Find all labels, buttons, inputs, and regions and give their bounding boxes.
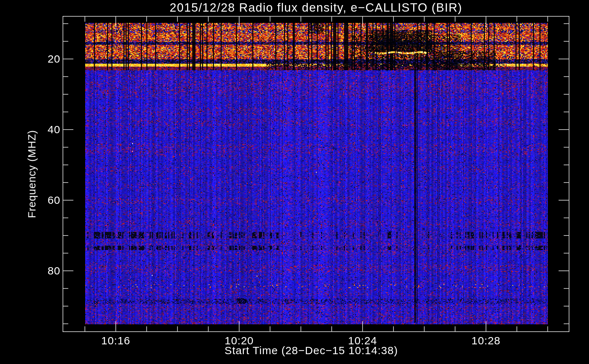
y-tick-label: 80 — [35, 265, 60, 277]
x-tick-label: 10:16 — [90, 335, 141, 347]
spectrogram-page: 2015/12/28 Radio flux density, e−CALLIST… — [0, 0, 589, 364]
x-tick-label: 10:20 — [214, 335, 265, 347]
y-tick-label: 60 — [35, 194, 60, 206]
spectrogram-canvas — [0, 0, 589, 364]
y-tick-label: 40 — [35, 123, 60, 136]
y-tick-label: 20 — [35, 53, 60, 65]
chart-title: 2015/12/28 Radio flux density, e−CALLIST… — [170, 1, 462, 15]
x-tick-label: 10:28 — [460, 335, 511, 347]
x-tick-label: 10:24 — [337, 335, 388, 347]
